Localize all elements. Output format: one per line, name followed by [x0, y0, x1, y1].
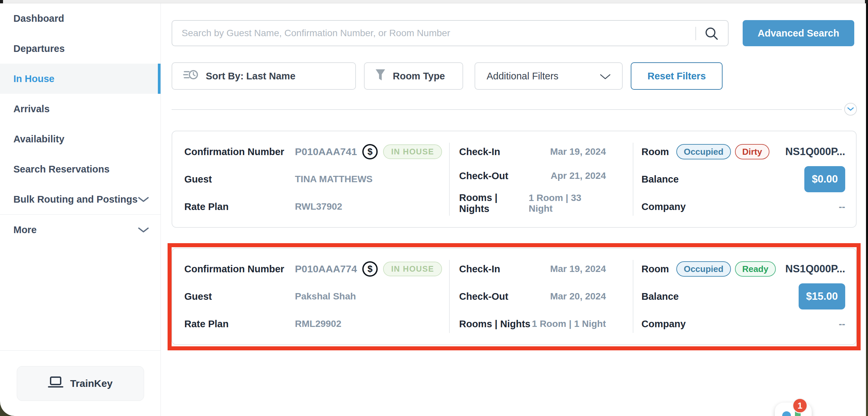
balance-button[interactable]: $0.00 — [804, 166, 845, 192]
company-row: Company -- — [642, 199, 845, 214]
card-divider — [633, 143, 633, 216]
occupied-status-pill: Occupied — [676, 144, 731, 159]
check-out-date: Mar 20, 2024 — [550, 291, 606, 302]
laptop-icon — [48, 376, 63, 391]
card-guest-section: Confirmation Number P010AAA774 $ IN HOUS… — [184, 261, 446, 331]
check-in-label: Check-In — [459, 264, 500, 275]
sidebar-item-search-reservations[interactable]: Search Reservations — [0, 154, 160, 184]
sort-clock-icon — [183, 68, 198, 84]
rooms-nights-label: Rooms | Nights — [459, 319, 530, 329]
search-icon[interactable] — [704, 26, 719, 41]
guest-name: Pakshal Shah — [295, 291, 356, 302]
additional-filters-dropdown[interactable]: Additional Filters — [474, 62, 623, 90]
room-number: NS1Q000P... — [785, 146, 845, 158]
rooms-nights-label: Rooms | Nights — [459, 192, 528, 214]
reservation-card[interactable]: Confirmation Number P010AAA741 $ IN HOUS… — [172, 131, 857, 228]
sidebar: Dashboard Departures In House Arrivals A… — [0, 3, 161, 416]
company-value: -- — [839, 319, 845, 329]
helper-app-widget: 1 — [775, 403, 829, 416]
chevron-down-icon — [138, 224, 149, 235]
sidebar-item-bulk-routing[interactable]: Bulk Routing and Postings — [0, 184, 160, 214]
balance-row: Balance $0.00 — [642, 166, 845, 192]
guest-row: Guest TINA MATTHEWS — [184, 171, 446, 187]
payment-dollar-icon[interactable]: $ — [362, 261, 378, 277]
funnel-icon — [375, 68, 386, 84]
occupied-status-pill: Occupied — [676, 261, 731, 277]
company-value: -- — [839, 201, 845, 212]
check-out-label: Check-Out — [459, 291, 508, 302]
search-divider — [695, 27, 696, 40]
check-in-date: Mar 19, 2024 — [550, 264, 606, 274]
additional-filters-label: Additional Filters — [487, 71, 558, 82]
confirmation-row: Confirmation Number P010AAA774 $ IN HOUS… — [184, 261, 446, 277]
rate-plan-value: RML29902 — [295, 319, 341, 329]
rooms-nights-row: Rooms | Nights 1 Room | 1 Night — [459, 316, 606, 331]
check-out-row: Check-Out Mar 20, 2024 — [459, 289, 606, 304]
sidebar-item-availability[interactable]: Availability — [0, 124, 160, 154]
rooms-nights-row: Rooms | Nights 1 Room | 33 Night — [459, 192, 606, 214]
rate-plan-row: Rate Plan RWL37902 — [184, 199, 446, 214]
sidebar-item-arrivals[interactable]: Arrivals — [0, 94, 160, 124]
in-house-page: Dashboard Departures In House Arrivals A… — [0, 0, 868, 416]
balance-label: Balance — [642, 291, 679, 302]
check-out-label: Check-Out — [459, 170, 508, 182]
company-label: Company — [642, 319, 686, 329]
sidebar-item-label: Dashboard — [13, 13, 64, 24]
room-label: Room — [642, 147, 669, 157]
desktop-edge-strip — [866, 3, 868, 416]
sidebar-item-label: Bulk Routing and Postings — [13, 194, 138, 205]
trainkey-label: TrainKey — [70, 378, 113, 389]
room-type-dropdown[interactable]: Room Type — [364, 62, 463, 90]
rooms-nights-value: 1 Room | 33 Night — [528, 193, 606, 214]
confirmation-number[interactable]: P010AAA774 — [295, 263, 357, 275]
rate-plan-value: RWL37902 — [295, 201, 342, 212]
check-out-date: Apr 21, 2024 — [551, 170, 606, 181]
sidebar-item-departures[interactable]: Departures — [0, 33, 160, 64]
card-divider — [633, 260, 633, 333]
sidebar-item-label: Arrivals — [13, 103, 50, 115]
card-room-section: Room Occupied Ready NS1Q000P... Balance … — [642, 261, 845, 331]
sort-by-label: Sort By: Last Name — [206, 71, 296, 82]
room-row: Room Occupied Ready NS1Q000P... — [642, 261, 845, 277]
card-divider — [449, 260, 450, 333]
check-in-label: Check-In — [459, 147, 500, 157]
search-input[interactable] — [172, 20, 728, 46]
confirmation-number[interactable]: P010AAA741 — [295, 146, 357, 157]
card-divider — [449, 143, 450, 216]
card-room-section: Room Occupied Dirty NS1Q000P... Balance … — [642, 144, 845, 214]
card-guest-section: Confirmation Number P010AAA741 $ IN HOUS… — [184, 144, 446, 214]
reservation-card-highlighted[interactable]: Confirmation Number P010AAA774 $ IN HOUS… — [172, 248, 857, 345]
in-house-status-badge: IN HOUSE — [383, 262, 442, 276]
rate-plan-label: Rate Plan — [184, 319, 295, 329]
company-row: Company -- — [642, 316, 845, 331]
rate-plan-row: Rate Plan RML29902 — [184, 316, 446, 331]
chevron-down-icon — [138, 194, 149, 205]
sidebar-footer: TrainKey — [0, 350, 160, 416]
balance-button[interactable]: $15.00 — [799, 283, 845, 310]
sidebar-item-label: More — [13, 224, 36, 235]
sidebar-item-label: Availability — [13, 134, 64, 145]
sidebar-item-dashboard[interactable]: Dashboard — [0, 3, 160, 33]
sidebar-item-more[interactable]: More — [0, 215, 160, 245]
advanced-search-button[interactable]: Advanced Search — [743, 20, 854, 46]
reset-filters-button[interactable]: Reset Filters — [631, 62, 722, 90]
main-content: Advanced Search Sort By: Last Name Room … — [161, 3, 866, 416]
chevron-down-icon — [600, 71, 611, 82]
housekeeping-status-pill: Dirty — [735, 144, 770, 159]
housekeeping-status-pill: Ready — [735, 261, 776, 277]
rate-plan-label: Rate Plan — [184, 201, 295, 212]
guest-name: TINA MATTHEWS — [295, 174, 373, 185]
confirmation-row: Confirmation Number P010AAA741 $ IN HOUS… — [184, 144, 446, 159]
top-left-corner — [0, 0, 3, 3]
sidebar-item-in-house[interactable]: In House — [0, 64, 160, 94]
guest-label: Guest — [184, 291, 295, 302]
payment-dollar-icon[interactable]: $ — [362, 144, 378, 159]
card-dates-section: Check-In Mar 19, 2024 Check-Out Apr 21, … — [459, 144, 606, 214]
results-divider — [172, 109, 842, 110]
company-label: Company — [642, 201, 686, 212]
trainkey-button[interactable]: TrainKey — [17, 366, 144, 401]
collapse-chevron-button[interactable] — [844, 103, 857, 116]
sort-by-dropdown[interactable]: Sort By: Last Name — [172, 62, 356, 90]
top-strip — [0, 0, 868, 3]
check-in-date: Mar 19, 2024 — [550, 147, 606, 157]
